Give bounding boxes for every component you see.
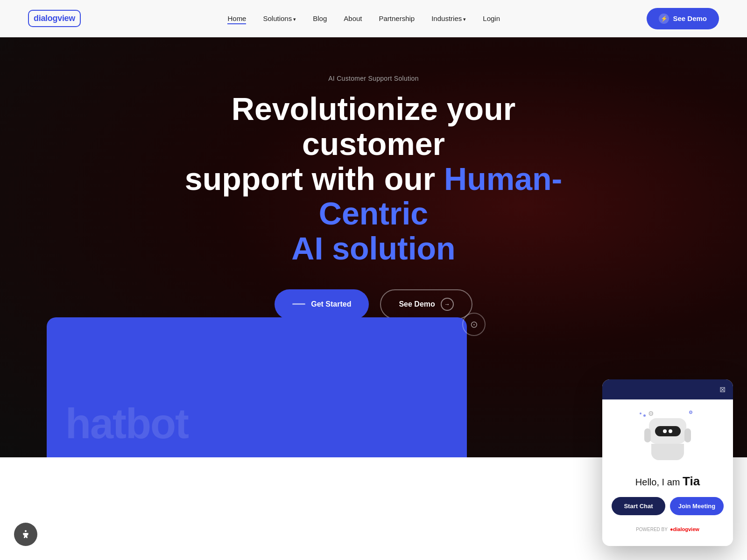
robot-visor (655, 426, 681, 436)
promo-watermark: hatbot (65, 400, 188, 448)
robot-eye-left (663, 429, 667, 433)
hero-title-line3: AI solution (291, 231, 455, 266)
nav-item-partnership[interactable]: Partnership (379, 14, 415, 23)
nav-item-industries[interactable]: Industries (431, 14, 466, 23)
nav-link-home[interactable]: Home (227, 14, 246, 24)
minimize-button[interactable]: ⊠ (719, 385, 726, 394)
deco-dot-2 (640, 413, 641, 414)
hero-title-line1: Revolutionize your customer (232, 91, 515, 161)
get-started-button[interactable]: Get Started (275, 289, 369, 319)
chat-widget-header: ⊠ (602, 379, 733, 399)
hero-see-demo-button[interactable]: See Demo → (380, 289, 472, 319)
chat-widget-body: ⚙ ⚙ Hello, I am Tia Start Chat Join Meet… (602, 399, 733, 457)
robot-head (649, 418, 686, 444)
nav-item-login[interactable]: Login (483, 14, 500, 23)
nav-item-home[interactable]: Home (227, 14, 246, 23)
chat-widget: ⊠ ⚙ ⚙ Hello, I am Tia Start C (602, 379, 733, 457)
hero-buttons: Get Started See Demo → (275, 289, 472, 319)
nav-link-login[interactable]: Login (483, 14, 500, 22)
logo-text: dialogview (28, 10, 81, 27)
dash-icon (292, 303, 305, 305)
navbar: dialogview Home Solutions Blog About Par… (0, 0, 747, 37)
nav-link-blog[interactable]: Blog (313, 14, 327, 22)
arrow-circle-icon: → (441, 298, 454, 311)
gear-icon: ⚙ (648, 410, 654, 417)
side-bubble[interactable]: ⊙ (462, 313, 486, 336)
bolt-icon: ⚡ (659, 14, 669, 24)
robot-illustration: ⚙ ⚙ (635, 409, 700, 457)
see-demo-button[interactable]: ⚡ See Demo (647, 8, 719, 29)
deco-dot-1 (643, 414, 646, 417)
nav-link-about[interactable]: About (344, 14, 362, 22)
hero-see-demo-label: See Demo (399, 300, 435, 308)
nav-item-blog[interactable]: Blog (313, 14, 327, 23)
robot-body (651, 444, 684, 457)
nav-item-solutions[interactable]: Solutions (263, 14, 296, 23)
robot-ear-left (644, 428, 651, 442)
get-started-label: Get Started (311, 300, 351, 308)
nav-item-about[interactable]: About (344, 14, 362, 23)
nav-link-industries[interactable]: Industries (431, 14, 466, 22)
nav-links: Home Solutions Blog About Partnership In… (227, 14, 500, 23)
logo[interactable]: dialogview (28, 10, 81, 27)
robot-eye-right (669, 429, 672, 433)
robot-ear-right (684, 428, 691, 442)
hero-title-line2-normal: support with our (185, 161, 444, 196)
see-demo-label: See Demo (673, 14, 707, 22)
nav-link-solutions[interactable]: Solutions (263, 14, 296, 22)
promo-section: hatbot (47, 317, 467, 457)
nav-link-partnership[interactable]: Partnership (379, 14, 415, 22)
hero-label: AI Customer Support Solution (328, 75, 419, 82)
hero-title: Revolutionize your customer support with… (163, 91, 584, 266)
small-gear-icon: ⚙ (689, 410, 693, 415)
